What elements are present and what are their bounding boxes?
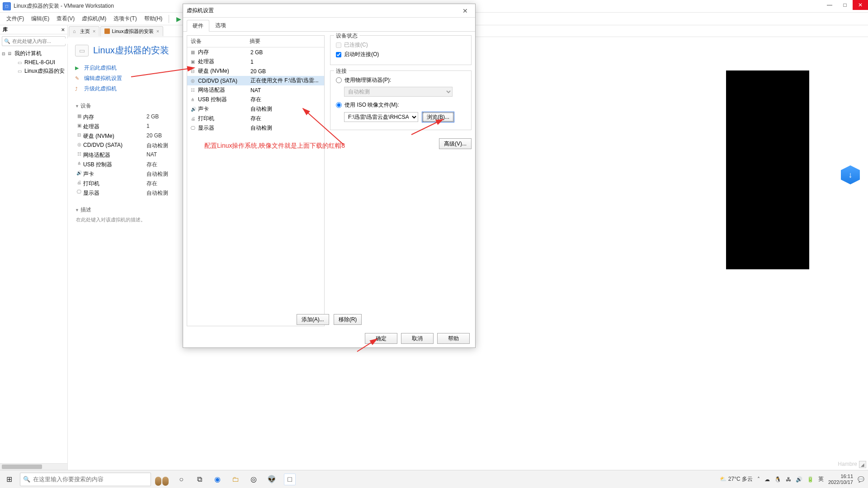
cortana-icon[interactable]: ○ bbox=[175, 474, 187, 485]
watermark: Hambre bbox=[838, 461, 857, 467]
cancel-button[interactable]: 取消 bbox=[401, 333, 434, 344]
browse-button[interactable]: 浏览(B)... bbox=[422, 112, 454, 122]
devices-header-label: 设备 bbox=[80, 102, 91, 110]
task-view-icon[interactable]: ⧉ bbox=[193, 474, 205, 485]
menu-file[interactable]: 文件(F) bbox=[3, 13, 28, 24]
battery-icon[interactable]: 🔋 bbox=[807, 476, 814, 483]
close-tab-icon[interactable]: × bbox=[93, 28, 95, 34]
vmware-taskbar-icon[interactable]: □ bbox=[284, 474, 296, 485]
use-physical-radio[interactable]: 使用物理驱动器(P): bbox=[336, 75, 466, 85]
menu-view[interactable]: 查看(V) bbox=[53, 13, 78, 24]
scroll-thumb[interactable] bbox=[2, 465, 42, 469]
onedrive-icon[interactable]: ☁ bbox=[764, 476, 770, 483]
edge-icon[interactable]: ◉ bbox=[212, 474, 223, 485]
vm-preview-thumbnail[interactable] bbox=[726, 70, 809, 269]
notification-icon[interactable]: 💬 bbox=[858, 476, 864, 483]
device-value: 自动检测 bbox=[146, 170, 168, 178]
device-list-row[interactable]: ⊟硬盘 (NVMe)20 GB bbox=[187, 66, 324, 76]
checkbox[interactable] bbox=[336, 52, 341, 57]
connect-on-start-checkbox[interactable]: 启动时连接(O) bbox=[336, 50, 466, 59]
help-button[interactable]: 帮助 bbox=[437, 333, 470, 344]
vm-title-text: Linux虚拟器的安装 bbox=[93, 44, 169, 56]
tree-item-linux[interactable]: ▭ Linux虚拟器的安 bbox=[0, 66, 67, 76]
memory-icon: ▦ bbox=[191, 50, 198, 55]
minimize-button[interactable]: — bbox=[822, 0, 837, 10]
radio[interactable] bbox=[336, 77, 342, 83]
menu-vm[interactable]: 虚拟机(M) bbox=[78, 13, 110, 24]
iso-path-select[interactable]: F:\迅雷\迅雷云盘\RHCSA需要... bbox=[344, 112, 418, 122]
close-button[interactable]: ✕ bbox=[853, 0, 868, 10]
tab-options[interactable]: 选项 bbox=[209, 19, 232, 31]
dialog-tabs: 硬件 选项 bbox=[183, 18, 475, 32]
remove-button[interactable]: 移除(R) bbox=[334, 314, 362, 325]
library-search-input[interactable] bbox=[12, 38, 75, 44]
device-list-row[interactable]: ⋔USB 控制器存在 bbox=[187, 95, 324, 104]
tab-vm[interactable]: Linux虚拟器的安装 × bbox=[100, 26, 163, 36]
device-list-row[interactable]: 🖨打印机存在 bbox=[187, 114, 324, 123]
maximize-button[interactable]: □ bbox=[837, 0, 853, 10]
device-list-row[interactable]: ☷网络适配器NAT bbox=[187, 85, 324, 95]
dialog-footer: 确定 取消 帮助 bbox=[365, 333, 470, 344]
library-title: 库 bbox=[3, 26, 8, 33]
use-iso-radio[interactable]: 使用 ISO 映像文件(M): bbox=[336, 100, 466, 110]
library-search[interactable]: 🔍 ▼ bbox=[2, 36, 66, 46]
tab-home[interactable]: ⌂ 主页 × bbox=[69, 26, 99, 36]
tray-chevron-icon[interactable]: ˄ bbox=[757, 476, 760, 483]
search-icon: 🔍 bbox=[4, 38, 10, 44]
taskbar-search-input[interactable] bbox=[33, 476, 148, 483]
device-list-row[interactable]: ▦内存2 GB bbox=[187, 47, 324, 57]
group-legend: 设备状态 bbox=[334, 32, 359, 40]
explorer-icon[interactable]: 🗀 bbox=[230, 474, 241, 485]
device-list-row[interactable]: 🖵显示器自动检测 bbox=[187, 123, 324, 133]
add-button[interactable]: 添加(A)... bbox=[297, 314, 329, 325]
device-list-row[interactable]: 🔊声卡自动检测 bbox=[187, 104, 324, 114]
menu-edit[interactable]: 编辑(E) bbox=[28, 13, 53, 24]
tree-item-label: RHEL-8-GUI bbox=[24, 59, 55, 66]
device-name: 内存 bbox=[198, 48, 250, 56]
tree-root[interactable]: ⊟ 🖥 我的计算机 bbox=[0, 49, 67, 58]
close-tab-icon[interactable]: × bbox=[156, 28, 159, 34]
volume-icon[interactable]: 🔊 bbox=[796, 476, 802, 483]
library-h-scroll[interactable] bbox=[0, 463, 67, 470]
checkbox-label: 启动时连接(O) bbox=[344, 51, 379, 58]
device-list-row[interactable]: ▣处理器1 bbox=[187, 57, 324, 66]
dell-icon[interactable]: ◎ bbox=[248, 474, 259, 485]
tab-hardware[interactable]: 硬件 bbox=[187, 20, 209, 32]
disk-icon: ⊟ bbox=[75, 132, 83, 140]
vm-icon: ▭ bbox=[16, 69, 23, 74]
cpu-icon: ▣ bbox=[191, 59, 198, 64]
device-name: 声卡 bbox=[83, 170, 146, 178]
connected-checkbox: 已连接(C) bbox=[336, 40, 466, 50]
tree-item-rhel[interactable]: ▭ RHEL-8-GUI bbox=[0, 58, 67, 66]
disk-icon: ⊟ bbox=[191, 69, 198, 74]
menu-tabs[interactable]: 选项卡(T) bbox=[110, 13, 140, 24]
expand-icon[interactable]: ⊟ bbox=[2, 52, 6, 56]
vm-large-icon: ▭ bbox=[75, 45, 89, 56]
checkbox bbox=[336, 42, 341, 48]
taskbar-search[interactable]: 🔍 bbox=[20, 473, 151, 486]
radio[interactable] bbox=[336, 102, 342, 108]
clock-date: 2022/10/17 bbox=[828, 479, 853, 485]
menu-help[interactable]: 帮助(H) bbox=[141, 13, 166, 24]
checkbox-label: 已连接(C) bbox=[344, 41, 368, 49]
device-list-row-selected[interactable]: ◎CD/DVD (SATA)正在使用文件 F:\迅雷\迅雷... bbox=[187, 76, 324, 85]
printer-icon: 🖨 bbox=[191, 116, 198, 121]
advanced-button[interactable]: 高级(V)... bbox=[439, 138, 472, 149]
network-icon[interactable]: 🖧 bbox=[786, 476, 791, 483]
close-library-icon[interactable]: × bbox=[61, 26, 65, 33]
weather-widget[interactable]: ⛅ 27°C 多云 bbox=[720, 475, 753, 483]
device-value: 存在 bbox=[146, 161, 157, 169]
ime-indicator[interactable]: 英 bbox=[818, 475, 824, 483]
ok-button[interactable]: 确定 bbox=[365, 333, 397, 344]
tray-app-icon[interactable]: 🐧 bbox=[774, 476, 781, 483]
library-header: 库 × bbox=[0, 25, 67, 34]
dialog-close-button[interactable]: ✕ bbox=[459, 6, 472, 15]
resize-grip-icon[interactable]: ◢ bbox=[859, 461, 866, 468]
device-summary: 存在 bbox=[250, 96, 321, 103]
clock[interactable]: 16:11 2022/10/17 bbox=[828, 474, 853, 485]
alienware-icon[interactable]: 👽 bbox=[266, 474, 278, 485]
physical-drive-select: 自动检测 bbox=[344, 87, 453, 97]
usb-icon: ⋔ bbox=[191, 97, 198, 102]
connection-group: 连接 使用物理驱动器(P): 自动检测 使用 ISO 映像文件(M): F:\迅… bbox=[330, 70, 472, 130]
start-button[interactable]: ⊞ bbox=[0, 470, 18, 488]
